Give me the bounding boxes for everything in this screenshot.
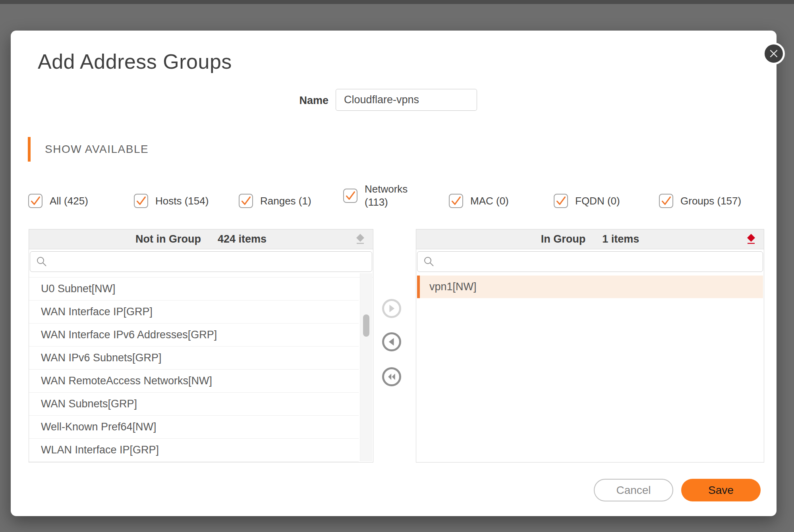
checkbox-checked-icon[interactable] (659, 194, 673, 208)
move-all-left-button[interactable] (382, 367, 401, 386)
filter-hosts-label: Hosts (154) (155, 195, 209, 208)
list-item[interactable]: WAN Interface IP[GRP] (29, 301, 359, 324)
clear-right-selection-button[interactable] (745, 233, 757, 246)
close-icon (768, 48, 780, 60)
list-item[interactable]: WAN Subnets[GRP] (29, 393, 359, 416)
name-label: Name (233, 94, 328, 107)
not-in-group-title: Not in Group (135, 233, 201, 245)
move-left-button[interactable] (382, 332, 401, 351)
filter-mac-label: MAC (0) (470, 195, 509, 208)
scrollbar-thumb[interactable] (363, 314, 369, 337)
list-item-selected[interactable]: vpn1[NW] (417, 276, 763, 298)
show-available-heading: SHOW AVAILABLE (28, 137, 149, 162)
in-group-search-input[interactable] (435, 256, 757, 268)
list-item[interactable]: U0 Subnet[NW] (29, 278, 359, 301)
checkbox-checked-icon[interactable] (449, 194, 463, 208)
filter-mac[interactable]: MAC (0) (449, 194, 509, 208)
in-group-count: 1 items (602, 233, 639, 245)
checkbox-checked-icon[interactable] (134, 194, 148, 208)
filter-all[interactable]: All (425) (28, 194, 88, 208)
list-item[interactable]: WLAN Interface IP[GRP] (29, 439, 359, 462)
search-icon (423, 256, 435, 268)
search-icon (36, 256, 48, 268)
not-in-group-count: 424 items (218, 233, 267, 245)
in-group-search (417, 251, 763, 272)
filter-networks-label: Networks (113) (365, 183, 408, 209)
background-page-edge (0, 0, 794, 4)
eraser-icon (354, 241, 367, 247)
double-arrow-left-icon (384, 369, 399, 384)
scrollbar-track[interactable] (360, 273, 372, 461)
filter-hosts[interactable]: Hosts (154) (134, 194, 209, 208)
filter-ranges[interactable]: Ranges (1) (239, 194, 311, 208)
in-group-title: In Group (541, 233, 585, 245)
checkbox-checked-icon[interactable] (554, 194, 568, 208)
show-available-label: SHOW AVAILABLE (45, 143, 149, 156)
cancel-button[interactable]: Cancel (594, 479, 673, 501)
filter-ranges-label: Ranges (1) (260, 195, 311, 208)
list-item[interactable]: WAN Interface IPv6 Addresses[GRP] (29, 324, 359, 347)
filter-groups[interactable]: Groups (157) (659, 194, 741, 208)
filter-networks[interactable]: Networks (113) (343, 183, 408, 209)
close-button[interactable] (763, 42, 785, 65)
save-button[interactable]: Save (681, 479, 761, 501)
arrow-left-icon (384, 334, 399, 349)
not-in-group-panel: Not in Group 424 items U0 S (29, 229, 373, 463)
not-in-group-search-input[interactable] (48, 256, 366, 268)
in-group-panel: In Group 1 items vpn1[NW] (416, 229, 764, 463)
eraser-icon-red (745, 241, 757, 247)
list-item[interactable]: WAN IPv6 Subnets[GRP] (29, 347, 359, 370)
filter-fqdn-label: FQDN (0) (575, 195, 620, 208)
dialog-title: Add Address Groups (38, 50, 232, 73)
checkbox-checked-icon[interactable] (28, 194, 43, 208)
not-in-group-list: U0 Subnet[NW] WAN Interface IP[GRP] WAN … (29, 277, 373, 462)
add-address-groups-dialog: Add Address Groups Name SHOW AVAILABLE A… (11, 31, 777, 516)
arrow-right-icon (384, 301, 399, 316)
list-item[interactable]: Well-Known Pref64[NW] (29, 416, 359, 439)
filter-groups-label: Groups (157) (680, 195, 741, 208)
name-input[interactable] (336, 89, 477, 111)
clear-left-selection-button[interactable] (354, 233, 367, 246)
list-item[interactable]: WAN RemoteAccess Networks[NW] (29, 370, 359, 393)
filter-all-label: All (425) (50, 195, 88, 208)
checkbox-checked-icon[interactable] (343, 189, 357, 203)
filter-fqdn[interactable]: FQDN (0) (554, 194, 620, 208)
in-group-header: In Group 1 items (416, 229, 764, 249)
not-in-group-header: Not in Group 424 items (29, 229, 373, 249)
not-in-group-search (30, 251, 372, 272)
checkbox-checked-icon[interactable] (239, 194, 253, 208)
move-right-button[interactable] (382, 299, 401, 318)
